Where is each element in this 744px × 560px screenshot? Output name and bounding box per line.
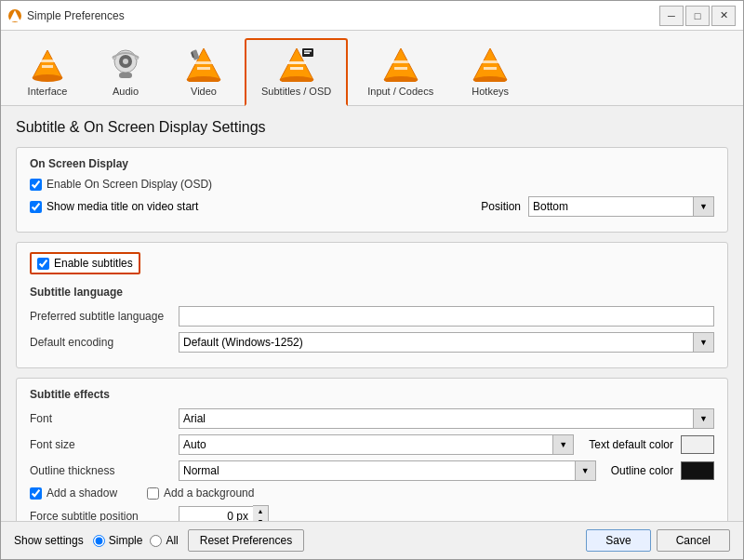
page-title: Subtitle & On Screen Display Settings	[16, 119, 728, 136]
force-position-control: ▲ ▼	[179, 505, 269, 521]
title-bar-controls: ─ □ ✕	[659, 6, 736, 26]
force-position-input[interactable]	[179, 506, 253, 521]
reset-preferences-button[interactable]: Reset Preferences	[188, 529, 304, 552]
enable-subtitles-label[interactable]: Enable subtitles	[30, 252, 140, 274]
outline-color-picker[interactable]	[681, 461, 714, 480]
all-radio-label[interactable]: All	[150, 534, 178, 547]
tab-input-label: Input / Codecs	[367, 86, 433, 97]
default-encoding-label: Default encoding	[30, 336, 179, 349]
simple-radio[interactable]	[93, 535, 105, 547]
shadow-background-row: Add a shadow Add a background	[30, 487, 714, 500]
font-control: ArialTimes New RomanCourier New ▼	[179, 408, 714, 429]
outline-color-label: Outline color	[611, 464, 673, 477]
subtitle-language-title: Subtitle language	[30, 286, 714, 299]
audio-icon	[107, 46, 144, 83]
outline-thickness-select-wrapper: NormalThinThickNone ▼	[179, 460, 596, 481]
force-position-spinner: ▲ ▼	[253, 505, 269, 521]
preferred-lang-control	[179, 306, 714, 327]
enable-subtitles-checkbox[interactable]	[37, 258, 49, 270]
input-icon	[382, 46, 419, 83]
tab-subtitles-label: Subtitles / OSD	[261, 86, 331, 97]
tab-interface[interactable]: Interface	[10, 39, 85, 104]
svg-marker-0	[9, 10, 20, 21]
add-background-label[interactable]: Add a background	[147, 487, 254, 500]
close-button[interactable]: ✕	[711, 6, 736, 26]
svg-rect-8	[119, 73, 132, 78]
force-position-row: Force subtitle position ▲ ▼	[30, 505, 714, 521]
minimize-button[interactable]: ─	[659, 6, 684, 26]
nav-tabs: Interface Audio	[1, 31, 743, 106]
title-bar: Simple Preferences ─ □ ✕	[1, 1, 743, 31]
show-media-title-label[interactable]: Show media title on video start	[30, 200, 481, 213]
svg-rect-14	[197, 67, 210, 70]
outline-thickness-control: NormalThinThickNone ▼	[179, 460, 596, 481]
svg-marker-28	[473, 48, 507, 80]
outline-thickness-label: Outline thickness	[30, 464, 179, 477]
svg-marker-1	[33, 50, 62, 78]
svg-rect-26	[392, 60, 410, 63]
tab-hotkeys[interactable]: Hotkeys	[453, 39, 527, 104]
svg-rect-27	[394, 67, 407, 70]
title-bar-left: Simple Preferences	[8, 9, 125, 22]
tab-video[interactable]: Video	[166, 39, 241, 104]
font-select[interactable]: ArialTimes New RomanCourier New	[179, 409, 713, 428]
font-size-label: Font size	[30, 438, 179, 451]
subtitles-icon	[278, 46, 315, 83]
tab-video-label: Video	[191, 86, 217, 97]
font-select-wrapper: ArialTimes New RomanCourier New ▼	[179, 408, 714, 429]
osd-section: On Screen Display Enable On Screen Displ…	[16, 147, 728, 233]
svg-point-2	[33, 74, 62, 82]
tab-subtitles[interactable]: Subtitles / OSD	[245, 38, 348, 106]
add-background-checkbox[interactable]	[147, 487, 159, 500]
svg-rect-3	[40, 60, 55, 62]
svg-rect-23	[304, 53, 310, 55]
enable-osd-checkbox[interactable]	[30, 179, 42, 191]
outline-thickness-row: Outline thickness NormalThinThickNone ▼ …	[30, 460, 714, 481]
font-size-select[interactable]: Auto10121416	[179, 435, 573, 454]
show-settings-group: Show settings Simple All Reset Preferenc…	[14, 529, 304, 552]
preferred-lang-input[interactable]	[179, 306, 714, 327]
position-label: Position	[481, 200, 521, 213]
position-select-wrapper: BottomTopLeftRightCenter ▼	[528, 196, 714, 217]
maximize-button[interactable]: □	[685, 6, 710, 26]
tab-input[interactable]: Input / Codecs	[352, 39, 449, 104]
tab-interface-label: Interface	[28, 86, 68, 97]
bottom-bar: Show settings Simple All Reset Preferenc…	[1, 521, 743, 559]
svg-rect-20	[290, 67, 303, 70]
cancel-button[interactable]: Cancel	[657, 529, 730, 552]
enable-osd-label[interactable]: Enable On Screen Display (OSD)	[30, 178, 212, 191]
save-button[interactable]: Save	[586, 529, 650, 552]
position-select[interactable]: BottomTopLeftRightCenter	[529, 197, 713, 216]
font-row: Font ArialTimes New RomanCourier New ▼	[30, 408, 714, 429]
add-shadow-label[interactable]: Add a shadow	[30, 487, 117, 500]
svg-rect-13	[194, 61, 213, 64]
effects-section: Subtitle effects Font ArialTimes New Rom…	[16, 378, 728, 521]
svg-rect-22	[304, 50, 312, 52]
tab-hotkeys-label: Hotkeys	[472, 86, 509, 97]
encoding-select[interactable]: Default (Windows-1252)UTF-8ISO-8859-1	[179, 333, 713, 352]
text-color-picker[interactable]	[681, 435, 714, 454]
text-color-group: Text default color	[589, 435, 714, 454]
tab-audio[interactable]: Audio	[88, 39, 163, 104]
video-icon	[185, 46, 222, 83]
preferred-lang-row: Preferred subtitle language	[30, 306, 714, 327]
window-title: Simple Preferences	[27, 9, 125, 22]
encoding-select-wrapper: Default (Windows-1252)UTF-8ISO-8859-1 ▼	[179, 332, 714, 353]
all-radio[interactable]	[150, 535, 162, 547]
default-encoding-control: Default (Windows-1252)UTF-8ISO-8859-1 ▼	[179, 332, 714, 353]
force-position-label: Force subtitle position	[30, 510, 179, 521]
add-shadow-checkbox[interactable]	[30, 487, 42, 500]
default-encoding-row: Default encoding Default (Windows-1252)U…	[30, 332, 714, 353]
show-media-title-checkbox[interactable]	[30, 201, 42, 213]
outline-thickness-select[interactable]: NormalThinThickNone	[179, 461, 595, 480]
bottom-buttons: Save Cancel	[586, 529, 730, 552]
simple-radio-label[interactable]: Simple	[93, 534, 143, 547]
tab-audio-label: Audio	[113, 86, 139, 97]
svg-marker-24	[384, 48, 418, 80]
spin-up[interactable]: ▲	[253, 506, 268, 516]
main-content: Subtitle & On Screen Display Settings On…	[1, 106, 743, 521]
show-settings-label: Show settings	[14, 534, 84, 547]
svg-rect-30	[481, 60, 499, 63]
svg-rect-4	[42, 65, 53, 68]
app-icon	[8, 9, 21, 22]
